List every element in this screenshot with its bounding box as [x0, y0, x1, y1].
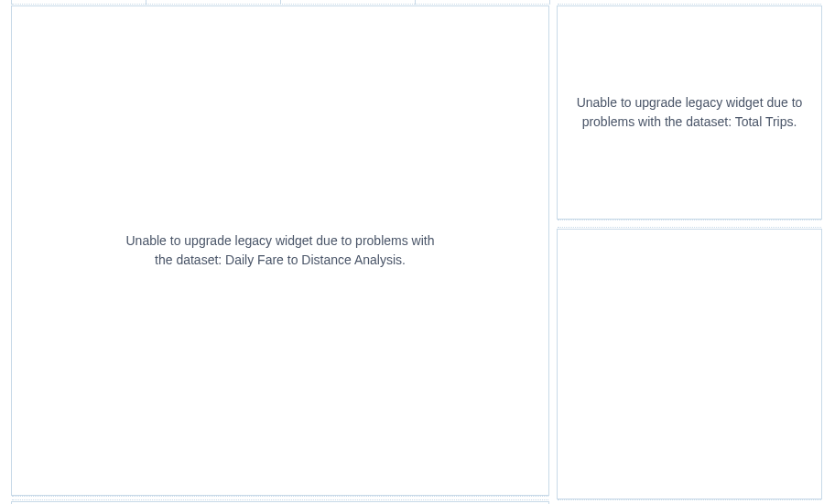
widget-error-message: Unable to upgrade legacy widget due to p… [576, 93, 803, 132]
widget-daily-fare-distance[interactable]: Unable to upgrade legacy widget due to p… [11, 5, 549, 496]
widget-error-message: Unable to upgrade legacy widget due to p… [115, 231, 445, 270]
widget-empty[interactable] [557, 229, 822, 499]
widget-total-trips[interactable]: Unable to upgrade legacy widget due to p… [557, 5, 822, 220]
